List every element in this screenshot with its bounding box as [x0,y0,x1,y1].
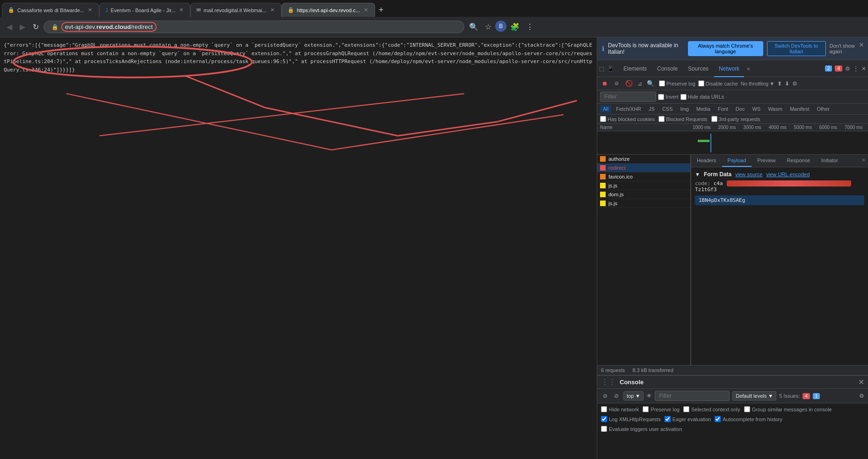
tab-sources[interactable]: Sources [683,60,713,77]
invert-label[interactable]: Invert [658,94,679,100]
request-row-favicon[interactable]: favicon.ico [597,172,690,181]
hide-data-urls-checkbox[interactable] [680,94,687,100]
filter-other[interactable]: Other [814,105,832,113]
filter-img[interactable]: Img [678,105,692,113]
reload-button[interactable]: ↻ [30,21,42,33]
filter-manifest[interactable]: Manifest [787,105,812,113]
extensions-button[interactable]: 🧩 [507,21,522,33]
no-throttling-select[interactable]: No throttling ▼ [741,81,774,86]
switch-devtools-button[interactable]: Switch DevTools to Italian [767,41,826,56]
disable-cache-label[interactable]: Disable cache [698,80,738,86]
console-filter-input[interactable] [655,391,730,401]
third-party-label[interactable]: 3rd-party requests [711,116,760,122]
request-row-js1[interactable]: js.js [597,181,690,190]
settings-icon[interactable]: ⚙ [845,65,850,72]
request-row-domjs[interactable]: dom.js [597,190,690,199]
console-top-selector[interactable]: top ▼ [623,391,644,401]
view-url-encoded-link[interactable]: view URL-encoded [766,172,810,177]
detail-tab-more[interactable]: » [859,155,868,167]
default-levels-select[interactable]: Default levels ▼ [732,391,776,401]
filter-wasm[interactable]: Wasm [765,105,785,113]
tab-console[interactable]: Console [652,60,682,77]
filter-js[interactable]: JS [646,105,658,113]
log-xmlhttp-option[interactable]: Log XMLHttpRequests [601,416,661,422]
new-tab-button[interactable]: + [375,3,388,17]
eager-eval-option[interactable]: Eager evaluation [665,416,711,422]
profile-button[interactable]: B [495,21,506,32]
console-close-button[interactable]: ✕ [858,378,864,387]
devtools-more-icon[interactable]: ⋮ [853,65,859,72]
autocomplete-option[interactable]: Autocomplete from history [715,416,782,422]
invert-checkbox[interactable] [658,94,664,100]
eye-icon[interactable]: 👁 [646,393,652,399]
preserve-log-option[interactable]: Preserve log [643,406,680,412]
menu-button[interactable]: ⋮ [523,21,536,33]
forward-button[interactable]: ▶ [17,21,28,33]
address-bar[interactable]: 🔒 evt-api-dev.revod.cloud/redirect [43,21,464,33]
third-party-checkbox[interactable] [711,116,717,122]
clear-button[interactable]: 🚫 [623,79,635,88]
tab-close[interactable]: ✕ [87,6,93,14]
hide-network-option[interactable]: Hide network [601,406,639,412]
tab-eventvm[interactable]: J Eventvm - Board Agile - Jir... ✕ [99,3,190,17]
bookmark-button[interactable]: ☆ [482,21,494,33]
detail-tab-headers[interactable]: Headers [691,155,722,167]
has-blocked-cookies-checkbox[interactable] [600,116,606,122]
request-row-redirect[interactable]: redirect [597,164,690,172]
log-xmlhttp-checkbox[interactable] [601,416,607,422]
disable-cache-checkbox[interactable] [698,80,704,86]
back-button[interactable]: ◀ [4,21,15,33]
group-similar-checkbox[interactable] [744,406,750,412]
hide-data-urls-label[interactable]: Hide data URLs [680,94,724,100]
preserve-log-label[interactable]: Preserve log [659,80,695,86]
tab-mail[interactable]: ✉ mail.revodigital.it Webmai... ✕ [190,3,281,17]
search-button[interactable]: 🔍 [466,21,481,33]
filter-doc[interactable]: Doc [733,105,748,113]
console-preserve-log-checkbox[interactable] [643,406,649,412]
filter-css[interactable]: CSS [659,105,676,113]
filter-font[interactable]: Font [715,105,731,113]
stop-button[interactable]: ⊘ [613,79,621,87]
filter-all[interactable]: All [600,105,611,113]
tab-elements[interactable]: Elements [619,60,651,77]
filter-ws[interactable]: WS [749,105,763,113]
tab-network[interactable]: Network [714,60,744,77]
hide-network-checkbox[interactable] [601,406,607,412]
console-clear-button[interactable]: ⊘ [601,392,609,400]
tab-more[interactable]: » [745,65,752,72]
selected-context-checkbox[interactable] [683,406,689,412]
notification-close[interactable]: ✕ [859,41,864,49]
preserve-log-checkbox[interactable] [659,80,665,86]
filter-media[interactable]: Media [694,105,713,113]
console-stop-button[interactable]: ⊘ [612,392,621,400]
detail-tab-payload[interactable]: Payload [722,155,752,167]
tab-close[interactable]: ✕ [178,6,184,14]
group-similar-option[interactable]: Group similar messages in console [744,406,832,412]
tab-active[interactable]: 🔒 https://evt-api-dev.revod.c... ✕ [282,3,375,17]
eval-triggers-checkbox[interactable] [601,426,607,432]
detail-tab-preview[interactable]: Preview [752,155,781,167]
filter-input[interactable] [600,92,656,102]
request-row-authorize[interactable]: authorize [597,155,690,164]
blocked-requests-checkbox[interactable] [658,116,665,122]
tab-cassaforte[interactable]: 🔒 Cassaforte web di Bitwarde... ✕ [2,3,99,17]
eval-triggers-option[interactable]: Evaluate triggers user activation [601,426,682,432]
tab-close[interactable]: ✕ [269,6,275,14]
record-button[interactable]: ⏺ [600,79,610,88]
blocked-requests-label[interactable]: Blocked Requests [658,116,708,122]
search-network-button[interactable]: 🔍 [645,79,656,88]
has-blocked-cookies-label[interactable]: Has blocked cookies [600,116,655,122]
selected-context-option[interactable]: Selected context only [683,406,740,412]
devtools-close-icon[interactable]: ✕ [861,65,866,72]
filter-fetch-xhr[interactable]: Fetch/XHR [613,105,644,113]
request-row-js2[interactable]: js.js [597,199,690,208]
always-match-button[interactable]: Always match Chrome's language [688,41,763,56]
detail-tab-response[interactable]: Response [781,155,816,167]
detail-tab-initiator[interactable]: Initiator [816,155,844,167]
network-settings-icon[interactable]: ⚙ [792,80,797,87]
console-settings-icon[interactable]: ⚙ [859,393,864,399]
autocomplete-checkbox[interactable] [715,416,721,422]
tab-close[interactable]: ✕ [363,6,369,14]
view-source-link[interactable]: view source [735,172,762,177]
eager-eval-checkbox[interactable] [665,416,671,422]
